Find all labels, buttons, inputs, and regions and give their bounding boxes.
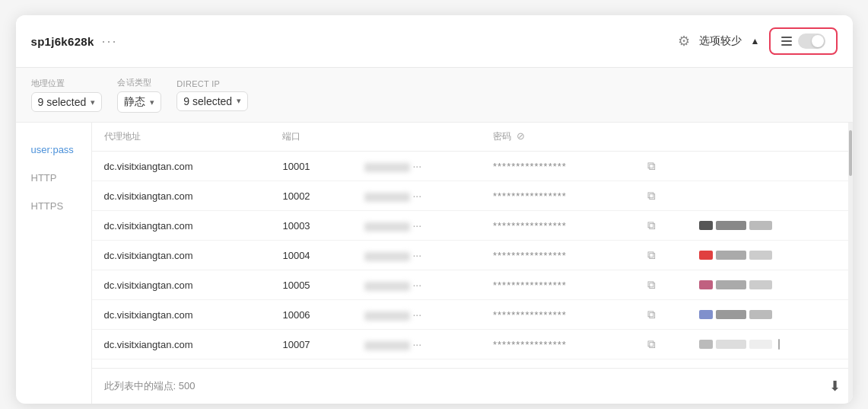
row-dots-menu[interactable]: ··· bbox=[412, 160, 421, 172]
color-block bbox=[699, 221, 713, 230]
proxy-port: 10006 bbox=[270, 300, 351, 330]
copy-icon[interactable]: ⧉ bbox=[647, 248, 656, 261]
copy-button[interactable]: ⧉ bbox=[635, 211, 687, 241]
proxy-address: dc.visitxiangtan.com bbox=[92, 330, 271, 359]
proxy-user: ··· bbox=[352, 270, 481, 300]
copy-icon[interactable]: ⧉ bbox=[647, 159, 656, 172]
chevron-up-icon[interactable]: ▲ bbox=[751, 36, 760, 46]
row-dots-menu[interactable]: ··· bbox=[412, 338, 421, 350]
row-dots-menu[interactable]: ··· bbox=[412, 249, 421, 261]
sidebar-item-http[interactable]: HTTP bbox=[16, 166, 91, 190]
proxy-password: **************** bbox=[481, 211, 635, 241]
geo-select[interactable]: 9 selected ▾ bbox=[31, 92, 103, 112]
table-header-row: 代理地址 端口 密码 ⊘ bbox=[92, 123, 853, 152]
color-bar bbox=[699, 280, 841, 289]
filter-bar: 地理位置 9 selected ▾ 会话类型 静态 ▾ DIRECT IP 9 … bbox=[16, 68, 853, 123]
color-block bbox=[716, 280, 746, 289]
sidebar: user:pass HTTP HTTPS bbox=[16, 123, 92, 404]
proxy-info bbox=[687, 181, 853, 211]
proxy-address: dc.visitxiangtan.com bbox=[92, 152, 271, 181]
color-block bbox=[749, 251, 772, 260]
password-masked: **************** bbox=[493, 339, 567, 350]
copy-icon[interactable]: ⧉ bbox=[647, 308, 656, 321]
scrollbar-track[interactable] bbox=[848, 123, 853, 404]
footer-text: 此列表中的端点: 500 bbox=[104, 379, 196, 393]
row-dots-menu[interactable]: ··· bbox=[412, 279, 421, 291]
copy-button[interactable]: ⧉ bbox=[635, 241, 687, 270]
scroll-handle[interactable] bbox=[778, 339, 780, 350]
header-right: ⚙ 选项较少 ▲ bbox=[678, 27, 838, 55]
page-title: sp1j6k628k bbox=[31, 35, 94, 48]
row-dots-menu[interactable]: ··· bbox=[412, 219, 421, 232]
copy-icon[interactable]: ⧉ bbox=[647, 337, 656, 350]
copy-icon[interactable]: ⧉ bbox=[647, 278, 656, 291]
direct-ip-select[interactable]: 9 selected ▾ bbox=[176, 91, 248, 111]
copy-button[interactable]: ⧉ bbox=[635, 152, 687, 181]
row-dots-menu[interactable]: ··· bbox=[412, 190, 421, 202]
proxy-info bbox=[687, 270, 853, 300]
color-bar bbox=[699, 251, 841, 260]
eye-slash-icon[interactable]: ⊘ bbox=[517, 130, 525, 142]
scrollbar-thumb[interactable] bbox=[849, 130, 852, 176]
proxy-password: **************** bbox=[481, 330, 635, 359]
proxy-user: ··· bbox=[352, 300, 481, 330]
col-proxy: 代理地址 bbox=[92, 123, 271, 152]
color-block bbox=[716, 310, 746, 319]
table-row: dc.visitxiangtan.com10006 ···***********… bbox=[92, 300, 853, 330]
color-block bbox=[699, 310, 713, 319]
proxy-info bbox=[687, 152, 853, 181]
password-masked: **************** bbox=[493, 280, 567, 291]
direct-ip-label: DIRECT IP bbox=[176, 79, 248, 88]
proxy-info bbox=[687, 211, 853, 241]
proxy-address: dc.visitxiangtan.com bbox=[92, 241, 271, 270]
proxy-port: 10007 bbox=[270, 330, 351, 359]
table-row: dc.visitxiangtan.com10004 ···***********… bbox=[92, 241, 853, 270]
table-row: dc.visitxiangtan.com10002 ···***********… bbox=[92, 181, 853, 211]
proxy-table: 代理地址 端口 密码 ⊘ dc.visitxiangtan.com10001 ·… bbox=[92, 123, 853, 359]
proxy-user: ··· bbox=[352, 241, 481, 270]
filter-geo: 地理位置 9 selected ▾ bbox=[31, 78, 103, 112]
row-dots-menu[interactable]: ··· bbox=[412, 308, 421, 321]
session-label: 会话类型 bbox=[117, 77, 161, 88]
toggle-button[interactable] bbox=[769, 27, 838, 55]
copy-button[interactable]: ⧉ bbox=[635, 330, 687, 359]
sidebar-item-https[interactable]: HTTPS bbox=[16, 194, 91, 218]
proxy-user: ··· bbox=[352, 181, 481, 211]
copy-icon[interactable]: ⧉ bbox=[647, 219, 656, 232]
table-footer: 此列表中的端点: 500 ⬇ bbox=[92, 368, 853, 404]
main-content: 代理地址 端口 密码 ⊘ dc.visitxiangtan.com10001 ·… bbox=[92, 123, 853, 404]
proxy-address: dc.visitxiangtan.com bbox=[92, 300, 271, 330]
color-bar bbox=[699, 339, 841, 350]
filter-direct-ip: DIRECT IP 9 selected ▾ bbox=[176, 79, 248, 111]
color-block bbox=[699, 280, 713, 289]
proxy-user: ··· bbox=[352, 330, 481, 359]
download-icon[interactable]: ⬇ bbox=[829, 378, 841, 395]
col-info bbox=[687, 123, 853, 152]
gear-icon[interactable]: ⚙ bbox=[678, 33, 690, 50]
session-select[interactable]: 静态 ▾ bbox=[117, 91, 161, 113]
copy-button[interactable]: ⧉ bbox=[635, 181, 687, 211]
content-area: user:pass HTTP HTTPS 代理地址 端口 密码 ⊘ bbox=[16, 123, 853, 404]
geo-label: 地理位置 bbox=[31, 78, 103, 89]
main-window: sp1j6k628k ··· ⚙ 选项较少 ▲ 地理位置 9 selected … bbox=[16, 15, 853, 404]
col-user bbox=[352, 123, 481, 152]
col-copy bbox=[635, 123, 687, 152]
password-masked: **************** bbox=[493, 250, 567, 261]
proxy-port: 10003 bbox=[270, 211, 351, 241]
toggle-switch[interactable] bbox=[798, 34, 825, 49]
color-block bbox=[699, 340, 713, 349]
color-block bbox=[749, 280, 772, 289]
table-row: dc.visitxiangtan.com10003 ···***********… bbox=[92, 211, 853, 241]
table-row: dc.visitxiangtan.com10007 ···***********… bbox=[92, 330, 853, 359]
copy-button[interactable]: ⧉ bbox=[635, 270, 687, 300]
color-block bbox=[716, 340, 746, 349]
sidebar-item-userpass[interactable]: user:pass bbox=[16, 138, 91, 161]
proxy-address: dc.visitxiangtan.com bbox=[92, 211, 271, 241]
copy-button[interactable]: ⧉ bbox=[635, 300, 687, 330]
proxy-port: 10002 bbox=[270, 181, 351, 211]
options-label[interactable]: 选项较少 bbox=[699, 34, 742, 48]
proxy-port: 10004 bbox=[270, 241, 351, 270]
proxy-user: ··· bbox=[352, 211, 481, 241]
copy-icon[interactable]: ⧉ bbox=[647, 189, 656, 202]
more-options-button[interactable]: ··· bbox=[102, 34, 118, 50]
